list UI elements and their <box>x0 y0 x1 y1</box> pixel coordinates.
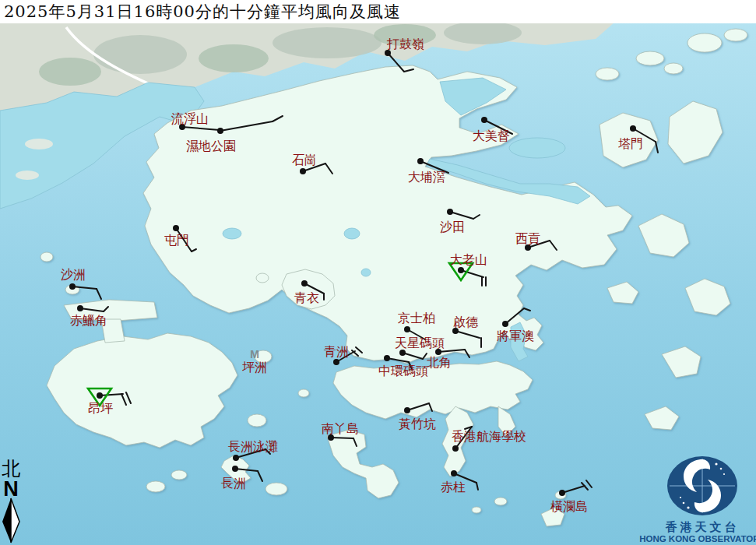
station-label: 屯門 <box>164 233 189 248</box>
islet <box>687 33 722 52</box>
station-label: 沙田 <box>440 220 465 234</box>
station-dot <box>458 267 464 273</box>
islet <box>596 68 619 80</box>
station-label: 南丫島 <box>322 421 359 436</box>
station-label: 石崗 <box>292 153 317 167</box>
soko-islet <box>171 470 187 480</box>
station-dot <box>217 128 223 134</box>
station-label: 沙洲 <box>61 267 86 282</box>
lung-kwu-chau <box>40 252 53 262</box>
station-label: 西貢 <box>515 231 540 246</box>
station-dot <box>301 280 308 287</box>
station-dot <box>502 321 508 327</box>
station-dot <box>384 355 390 361</box>
station-label: 橫瀾島 <box>550 499 588 514</box>
station-label: 北角 <box>427 355 452 370</box>
kowloon-reservoir <box>361 269 371 276</box>
station-label: 赤鱲角 <box>70 313 107 328</box>
missing-data-icon: M <box>250 348 259 360</box>
station-label: 大老山 <box>450 252 487 267</box>
islet <box>494 498 507 505</box>
kau-yi-chau <box>298 389 309 397</box>
station-label: 昂坪 <box>88 401 113 416</box>
mudflat <box>25 139 53 149</box>
station-dot <box>399 350 406 356</box>
station-label: 長洲泳灘 <box>228 439 278 454</box>
station-label: 香港航海學校 <box>452 429 526 444</box>
station-dot <box>481 117 487 123</box>
station-dot <box>233 455 239 461</box>
islet <box>472 507 481 513</box>
station-dot <box>77 305 83 311</box>
station-label: 天星碼頭 <box>395 336 445 350</box>
station-dot <box>452 445 459 452</box>
station-dot <box>232 466 238 472</box>
station-label: 啟德 <box>453 315 479 329</box>
hko-logo-cjk-text: 香港天文台 <box>665 520 740 533</box>
station-label: 中環碼頭 <box>378 364 428 378</box>
mudflat <box>16 171 39 180</box>
station-label: 京士柏 <box>398 311 435 325</box>
hko-logo-en-text: HONG KONG OBSERVATORY <box>639 534 756 543</box>
shing-mun-reservoir <box>344 228 360 239</box>
station-label: 赤柱 <box>441 480 466 494</box>
islet <box>724 29 747 41</box>
station-dot <box>435 349 441 355</box>
title-bar: 2025年5月31日16時00分的十分鐘平均風向及風速 <box>0 0 756 23</box>
station-dot <box>559 490 565 496</box>
islet <box>664 63 683 74</box>
station-dot <box>69 283 76 290</box>
wind-barb <box>331 438 353 438</box>
station-label: 流浮山 <box>171 111 209 126</box>
station-label: 青洲 <box>324 344 349 359</box>
map-title: 2025年5月31日16時00分的十分鐘平均風向及風速 <box>0 1 401 23</box>
shek-kwu-chau <box>265 483 287 495</box>
station-label: 濕地公園 <box>186 139 236 153</box>
station-dot <box>630 125 636 132</box>
ma-wan-island <box>256 273 269 283</box>
station-label: 青衣 <box>294 290 319 305</box>
station-label: 黃竹坑 <box>399 417 436 431</box>
station-dot <box>300 168 306 174</box>
map-canvas: 流浮山濕地公園打鼓嶺石崗大美督塔門大埔滘沙田西貢大老山屯門沙洲赤鱲角青衣京士柏啟… <box>0 0 756 545</box>
station-label: 大埔滘 <box>408 170 445 185</box>
station-label: 長洲 <box>221 476 246 490</box>
station-label: 塔門 <box>618 136 643 151</box>
station-dot <box>333 359 339 365</box>
station-label: 將軍澳 <box>497 329 534 343</box>
station-dot <box>451 470 457 476</box>
wind-map-page: 2025年5月31日16時00分的十分鐘平均風向及風速 <box>0 0 756 545</box>
station-dot <box>404 407 410 413</box>
soko-islet <box>146 481 165 492</box>
station-dot <box>97 392 103 399</box>
station-dot <box>417 158 424 164</box>
station-dot <box>173 225 179 231</box>
hei-ling-chau <box>248 414 266 427</box>
compass-north-latin: N <box>3 477 19 501</box>
station-label: 坪洲 <box>242 360 267 374</box>
compass-north-cjk: 北 <box>2 458 20 480</box>
islet <box>636 51 664 65</box>
station-label: 打鼓嶺 <box>386 37 424 51</box>
plover-cove <box>509 138 565 158</box>
station-label: 大美督 <box>473 128 510 143</box>
tai-lam-reservoir <box>223 228 241 239</box>
station-dot <box>447 209 453 215</box>
station-dot <box>404 326 410 332</box>
